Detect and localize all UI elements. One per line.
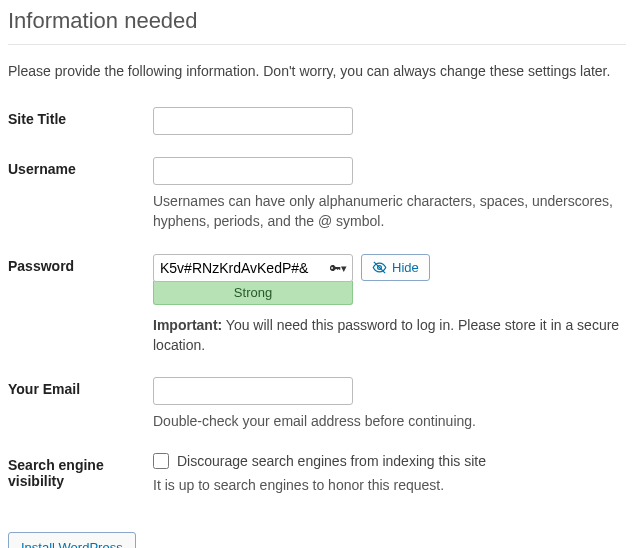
email-label: Your Email: [8, 369, 153, 445]
install-wordpress-button[interactable]: Install WordPress: [8, 532, 136, 548]
important-label: Important:: [153, 317, 222, 333]
email-help: Double-check your email address before c…: [153, 411, 626, 431]
password-label: Password: [8, 246, 153, 370]
sev-label: Search engine visibility: [8, 445, 153, 509]
hide-password-button[interactable]: Hide: [361, 254, 430, 281]
sev-checkbox-label: Discourage search engines from indexing …: [177, 453, 486, 469]
sev-checkbox[interactable]: [153, 453, 169, 469]
intro-text: Please provide the following information…: [8, 63, 626, 79]
password-important: Important: You will need this password t…: [153, 315, 626, 356]
username-input[interactable]: [153, 157, 353, 185]
site-title-input[interactable]: [153, 107, 353, 135]
sev-help: It is up to search engines to honor this…: [153, 475, 626, 495]
sev-checkbox-row[interactable]: Discourage search engines from indexing …: [153, 453, 626, 469]
password-strength: Strong: [153, 281, 353, 305]
important-text: You will need this password to log in. P…: [153, 317, 619, 353]
eye-slash-icon: [372, 260, 387, 275]
hide-button-label: Hide: [392, 260, 419, 275]
username-label: Username: [8, 149, 153, 246]
site-title-label: Site Title: [8, 99, 153, 149]
install-form: Site Title Username Usernames can have o…: [8, 99, 626, 510]
page-heading: Information needed: [8, 8, 626, 45]
username-help: Usernames can have only alphanumeric cha…: [153, 191, 626, 232]
email-input[interactable]: [153, 377, 353, 405]
password-input[interactable]: [153, 254, 353, 282]
